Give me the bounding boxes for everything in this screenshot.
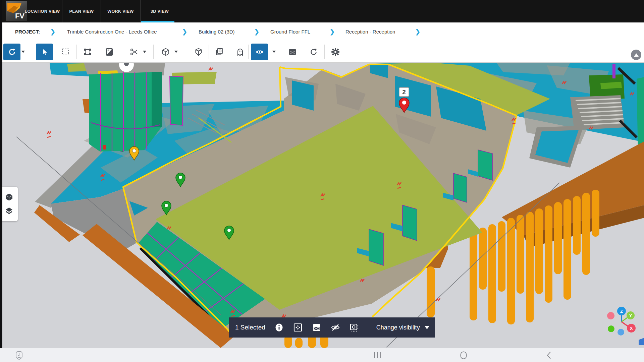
info-icon[interactable] (274, 322, 284, 333)
back-icon[interactable] (545, 351, 554, 360)
tab-plan-view[interactable]: PLAN VIEW (62, 0, 101, 22)
shade-mode-icon[interactable] (105, 47, 114, 57)
polygon-select-icon[interactable] (83, 47, 92, 57)
recents-icon[interactable] (373, 351, 382, 360)
layers-icon[interactable] (5, 206, 13, 215)
cube-icon[interactable] (5, 193, 13, 201)
android-nav-bar (0, 348, 644, 362)
orbit-icon (8, 48, 16, 56)
snapshot-icon[interactable] (349, 322, 359, 333)
visibility-dropdown-caret[interactable] (272, 51, 276, 53)
chevron-right-icon: ❯ (50, 28, 55, 36)
chevron-right-icon: ❯ (330, 28, 335, 36)
select-tool-button[interactable] (36, 44, 53, 60)
breadcrumb: PROJECT: ❯ Trimble Construction One - Le… (0, 22, 644, 41)
orbit-dropdown-caret[interactable] (21, 51, 25, 53)
marquee-select-icon[interactable] (61, 47, 70, 57)
hide-eye-icon[interactable] (330, 322, 340, 333)
box-mode-icon[interactable] (161, 47, 170, 57)
fit-view-icon[interactable] (293, 322, 303, 333)
svg-text:2: 2 (402, 88, 406, 96)
tab-location-view[interactable]: LOCATION VIEW (22, 0, 62, 22)
dither-mode-icon[interactable] (288, 47, 297, 57)
breadcrumb-item-building[interactable]: Building 02 (3D) (199, 29, 235, 35)
visibility-caret-icon[interactable] (425, 326, 429, 329)
selection-count: 1 Selected (235, 324, 265, 331)
view-side-panel (0, 187, 18, 221)
home-icon[interactable] (459, 351, 468, 360)
breadcrumb-item-project[interactable]: Trimble Construction One - Leeds Office (67, 29, 157, 35)
topbar-actions (443, 0, 644, 22)
change-visibility-button[interactable]: Change visibility (376, 324, 420, 331)
ghost-mode-icon[interactable] (235, 47, 245, 57)
svg-text:X: X (630, 326, 633, 331)
model-viewport[interactable]: 2 Z Y X 1 Selected Change visibility (0, 63, 644, 348)
cut-tool-icon[interactable] (129, 47, 139, 57)
model-3d-scene: 2 Z Y X (0, 63, 644, 348)
view-tabs: LOCATION VIEW PLAN VIEW WORK VIEW 3D VIE… (22, 0, 179, 22)
tab-work-view[interactable]: WORK VIEW (101, 0, 140, 22)
chevron-right-icon: ❯ (415, 28, 420, 36)
chevron-right-icon: ❯ (254, 28, 259, 36)
prism-mode-icon[interactable] (194, 47, 203, 57)
box-dropdown-caret[interactable] (174, 51, 178, 53)
dither-icon[interactable] (312, 322, 322, 333)
orbit-tool-button[interactable] (3, 44, 20, 60)
selection-action-bar: 1 Selected Change visibility (229, 317, 435, 338)
eye-icon (255, 47, 264, 57)
top-app-bar: FV LOCATION VIEW PLAN VIEW WORK VIEW 3D … (0, 0, 644, 22)
visibility-tool-button[interactable] (251, 44, 268, 60)
chevron-right-icon: ❯ (182, 28, 187, 36)
collapse-up-icon (634, 53, 639, 57)
breadcrumb-item-room[interactable]: Reception - Reception (345, 29, 395, 35)
refresh-icon[interactable] (309, 47, 318, 57)
collapse-toolbar-button[interactable] (631, 50, 641, 60)
viewer-toolbar (0, 41, 644, 63)
svg-text:Y: Y (629, 313, 632, 318)
svg-text:Z: Z (620, 309, 623, 314)
screen-edge (0, 0, 2, 348)
cursor-icon (41, 48, 49, 56)
settings-gear-icon[interactable] (331, 47, 340, 57)
snapshot-layers-icon[interactable] (215, 47, 224, 57)
floating-window-icon[interactable] (15, 351, 23, 360)
tab-3d-view[interactable]: 3D VIEW (140, 0, 179, 22)
breadcrumb-item-floor[interactable]: Ground Floor FFL (270, 29, 310, 35)
breadcrumb-label: PROJECT: (15, 29, 40, 35)
cut-dropdown-caret[interactable] (143, 51, 146, 53)
